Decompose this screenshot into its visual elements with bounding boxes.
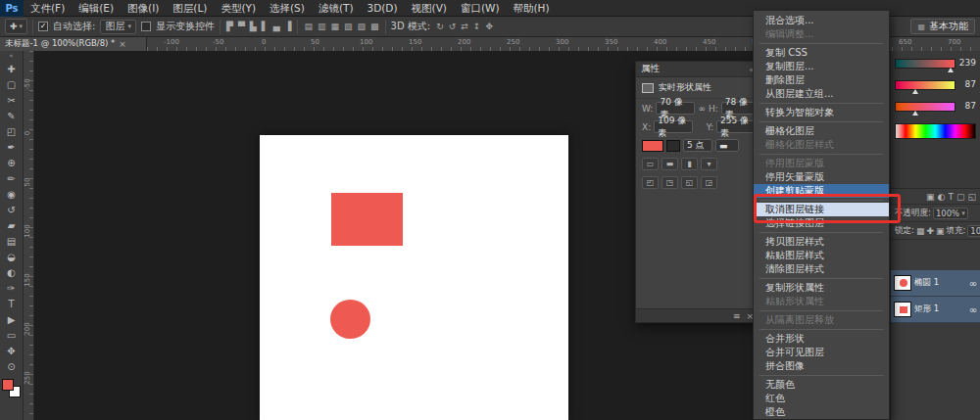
horizontal-type-tool[interactable]: T	[0, 296, 24, 311]
context-menu-item[interactable]: 从图层建立组...	[754, 87, 889, 101]
menubar-item[interactable]: 视图(V)	[405, 0, 454, 17]
corner-top-left-icon[interactable]: ◰	[642, 176, 659, 189]
align-vertical-centers-icon[interactable]: ▀	[237, 22, 246, 31]
menubar-item[interactable]: 选择(S)	[263, 0, 312, 17]
workspace-switcher-button[interactable]: ▦ 基本功能	[910, 19, 975, 34]
lock-all-icon[interactable]: ▣	[936, 226, 945, 236]
layer-row[interactable]: 椭圆 1∞	[891, 270, 980, 297]
filter-shape-layers-icon[interactable]: ▢	[956, 192, 965, 202]
3d-slide-icon[interactable]: ↕	[472, 22, 482, 31]
menubar-item[interactable]: 编辑(E)	[72, 0, 121, 17]
fill-dropdown[interactable]: 100%	[967, 225, 980, 237]
properties-panel-tab[interactable]: 属性	[641, 63, 660, 75]
context-menu-item[interactable]: 粘贴图层样式	[754, 249, 889, 262]
stroke-cap-icon[interactable]: ▬	[662, 158, 678, 170]
rectangle-shape[interactable]	[331, 193, 403, 246]
menubar-item[interactable]: 图层(L)	[166, 0, 214, 17]
stroke-style-dropdown[interactable]: ▬	[715, 139, 739, 152]
stroke-width-field[interactable]: 5 点	[683, 139, 712, 152]
pen-tool[interactable]: ✑	[0, 280, 24, 296]
align-left-edges-icon[interactable]: ▌	[261, 22, 270, 31]
3d-rotate-icon[interactable]: ↻	[435, 22, 445, 31]
stroke-color-swatch[interactable]	[666, 140, 680, 152]
red-channel-slider[interactable]	[895, 59, 956, 69]
slider-marker[interactable]	[912, 89, 918, 94]
align-right-edges-icon[interactable]: ▐	[284, 22, 293, 31]
zoom-tool[interactable]: ⊙	[0, 358, 24, 374]
menubar-item[interactable]: 帮助(H)	[507, 0, 557, 17]
stroke-align-icon[interactable]: ▭	[642, 158, 659, 170]
distribute-bottom-icon[interactable]: ▦	[330, 22, 341, 31]
distribute-vertical-centers-icon[interactable]: ▥	[317, 22, 327, 31]
context-menu-item[interactable]: 合并形状	[754, 332, 889, 346]
eraser-tool[interactable]: ▰	[0, 217, 24, 233]
vertical-ruler[interactable]: -50050100150200250	[24, 51, 34, 420]
panel-menu-icon[interactable]: ≡	[733, 311, 741, 321]
context-menu-item[interactable]: 拼合图像	[754, 359, 889, 373]
stroke-corner-icon[interactable]: ▮	[681, 158, 698, 170]
3d-roll-icon[interactable]: ↺	[448, 22, 458, 31]
lock-pixels-icon[interactable]: ✚	[926, 226, 934, 236]
context-menu-item[interactable]: 创建剪贴蒙版	[754, 184, 889, 198]
eyedropper-tool[interactable]: ✒	[0, 139, 24, 155]
filter-pixel-layers-icon[interactable]: ▣	[926, 192, 935, 202]
filter-smart-objects-icon[interactable]: ◱	[967, 192, 976, 202]
history-brush-tool[interactable]: ↺	[0, 202, 24, 217]
tool-preset-picker[interactable]: ✚ ▾	[5, 19, 27, 34]
menubar-item[interactable]: 滤镜(T)	[312, 0, 361, 17]
corner-bottom-left-icon[interactable]: ◱	[681, 176, 698, 189]
rectangular-marquee-tool[interactable]: ▢	[0, 76, 24, 92]
context-menu-item[interactable]: 拷贝图层样式	[754, 235, 889, 249]
filter-type-layers-icon[interactable]: T	[948, 192, 954, 202]
context-menu-item[interactable]: 复制 CSS	[754, 46, 889, 60]
context-menu-item[interactable]: 红色	[754, 392, 889, 405]
path-selection-tool[interactable]: ▶	[0, 311, 24, 327]
context-menu-item[interactable]: 复制图层...	[754, 60, 889, 73]
slider-marker[interactable]	[912, 111, 918, 116]
menubar-item[interactable]: 文件(F)	[24, 0, 72, 17]
corner-bottom-right-icon[interactable]: ◲	[701, 176, 717, 189]
hand-tool[interactable]: ✥	[0, 343, 24, 358]
filter-adjustment-layers-icon[interactable]: ◐	[938, 192, 946, 202]
slider-marker[interactable]	[948, 68, 954, 72]
color-spectrum-ramp[interactable]	[895, 123, 976, 139]
quick-selection-tool[interactable]: ✎	[0, 108, 24, 123]
move-tool[interactable]: ✚	[0, 61, 24, 76]
context-menu-item[interactable]: 合并可见图层	[754, 346, 889, 359]
align-bottom-edges-icon[interactable]: ▙	[249, 22, 258, 31]
align-top-edges-icon[interactable]: ▛	[225, 22, 234, 31]
context-menu-item[interactable]: 混合选项...	[754, 14, 889, 27]
menubar-item[interactable]: 类型(Y)	[214, 0, 263, 17]
context-menu-item[interactable]: 橙色	[754, 405, 889, 419]
lock-transparency-icon[interactable]: ▦	[916, 226, 925, 236]
context-menu-item[interactable]: 停用矢量蒙版	[754, 170, 889, 184]
align-horizontal-centers-icon[interactable]: ▄	[272, 22, 281, 31]
x-field[interactable]: 109 像素	[654, 120, 693, 133]
stroke-more-icon[interactable]: ▾	[701, 158, 717, 170]
menubar-item[interactable]: 3D(D)	[360, 0, 404, 17]
ellipse-shape[interactable]	[330, 300, 370, 339]
distribute-right-icon[interactable]: ▩	[369, 22, 380, 31]
show-transform-checkbox[interactable]	[141, 22, 151, 31]
crop-tool[interactable]: ◰	[0, 123, 24, 139]
context-menu-item[interactable]: 删除图层	[754, 73, 889, 87]
menubar-item[interactable]: 窗口(W)	[454, 0, 507, 17]
context-menu-item[interactable]: 无颜色	[754, 378, 889, 392]
y-field[interactable]: 255 像素	[716, 120, 756, 133]
toolbar-collapse-icon[interactable]: «	[9, 51, 13, 61]
context-menu-item[interactable]: 转换为智能对象	[754, 106, 889, 119]
opacity-dropdown[interactable]: 100% ▾	[933, 208, 968, 219]
blue-channel-slider[interactable]	[895, 102, 956, 112]
context-menu-item[interactable]: 选择链接图层	[754, 216, 889, 230]
auto-select-dropdown[interactable]: 图层 ▾	[100, 20, 136, 34]
menubar-item[interactable]: 图像(I)	[121, 0, 166, 17]
distribute-top-icon[interactable]: ▤	[303, 22, 314, 31]
brush-tool[interactable]: ✏	[0, 170, 24, 186]
distribute-horizontal-centers-icon[interactable]: ▨	[357, 22, 368, 31]
clone-stamp-tool[interactable]: ◉	[0, 186, 24, 202]
context-menu-item[interactable]: 清除图层样式	[754, 262, 889, 276]
rectangle-tool[interactable]: ▭	[0, 327, 24, 343]
blur-tool[interactable]: ◒	[0, 249, 24, 264]
context-menu-item[interactable]: 取消图层链接	[754, 203, 889, 216]
dodge-tool[interactable]: ◐	[0, 264, 24, 280]
